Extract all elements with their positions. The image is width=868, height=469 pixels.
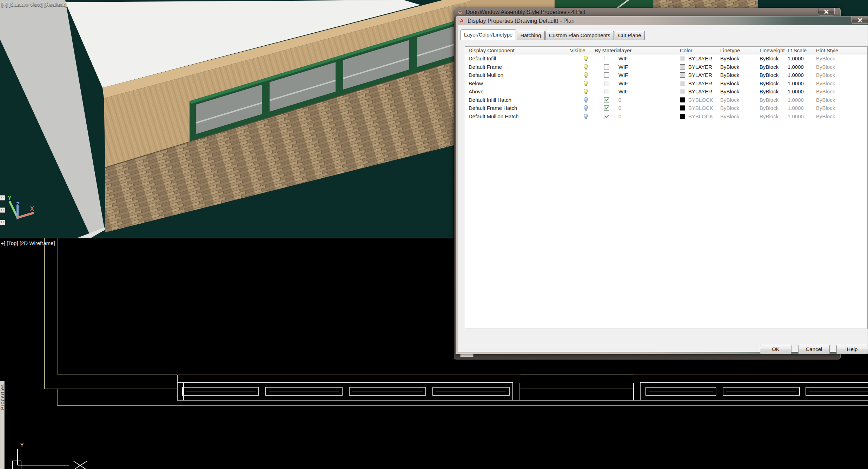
column-header[interactable]: Display Component bbox=[469, 47, 515, 53]
linetype-cell[interactable]: ByBlock bbox=[720, 105, 755, 111]
linetype-cell[interactable]: ByBlock bbox=[720, 88, 755, 94]
lineweight-cell[interactable]: ByBlock bbox=[760, 88, 791, 94]
layer-cell[interactable]: WIF bbox=[618, 88, 647, 94]
lineweight-cell[interactable]: ByBlock bbox=[760, 64, 791, 70]
palette-mini-icon[interactable] bbox=[0, 195, 5, 200]
style-dialog-titlebar[interactable]: A Door/Window Assembly Style Properties … bbox=[454, 8, 841, 17]
layer-cell[interactable]: 0 bbox=[618, 97, 647, 103]
by-material-checkbox[interactable] bbox=[604, 56, 609, 61]
color-swatch[interactable] bbox=[680, 89, 685, 94]
properties-palette-tab[interactable]: Properties bbox=[0, 381, 5, 469]
table-row[interactable]: Default MullionWIFBYLAYERByBlockByBlock1… bbox=[465, 71, 867, 79]
plotstyle-cell[interactable]: ByBlock bbox=[816, 88, 848, 94]
by-material-checkbox[interactable] bbox=[604, 114, 609, 119]
column-header[interactable]: Lineweight bbox=[760, 47, 785, 53]
by-material-checkbox[interactable] bbox=[604, 81, 609, 86]
color-swatch[interactable] bbox=[680, 81, 685, 86]
table-row[interactable]: Default Infill Hatch0BYBLOCKByBlockByBlo… bbox=[465, 96, 867, 104]
by-material-checkbox[interactable] bbox=[604, 89, 609, 94]
visible-bulb-icon[interactable] bbox=[584, 72, 588, 78]
tab-hatching[interactable]: Hatching bbox=[517, 31, 544, 40]
table-row[interactable]: Default FrameWIFBYLAYERByBlockByBlock1.0… bbox=[465, 63, 867, 71]
lineweight-cell[interactable]: ByBlock bbox=[760, 55, 791, 61]
layer-cell[interactable]: WIF bbox=[618, 64, 647, 70]
plotstyle-cell[interactable]: ByBlock bbox=[816, 113, 848, 119]
linetype-cell[interactable]: ByBlock bbox=[720, 97, 755, 103]
ltscale-cell[interactable]: 1.0000 bbox=[788, 55, 812, 61]
color-label[interactable]: BYLAYER bbox=[688, 88, 720, 94]
plotstyle-cell[interactable]: ByBlock bbox=[816, 105, 848, 111]
color-swatch[interactable] bbox=[680, 72, 685, 78]
linetype-cell[interactable]: ByBlock bbox=[720, 113, 755, 119]
ok-button[interactable]: OK bbox=[760, 345, 791, 354]
help-button[interactable]: Help bbox=[836, 345, 868, 354]
layer-cell[interactable]: 0 bbox=[618, 105, 647, 111]
table-row[interactable]: AboveWIFBYLAYERByBlockByBlock1.0000ByBlo… bbox=[465, 87, 867, 96]
table-row[interactable]: BelowWIFBYLAYERByBlockByBlock1.0000ByBlo… bbox=[465, 79, 867, 88]
color-label[interactable]: BYBLOCK bbox=[688, 113, 720, 119]
layer-cell[interactable]: WIF bbox=[618, 72, 647, 78]
color-label[interactable]: BYLAYER bbox=[688, 80, 720, 86]
layer-cell[interactable]: WIF bbox=[618, 55, 647, 61]
visible-bulb-icon[interactable] bbox=[584, 97, 588, 103]
color-label[interactable]: BYBLOCK bbox=[688, 105, 720, 111]
color-label[interactable]: BYBLOCK bbox=[688, 97, 720, 103]
column-header[interactable]: Lt Scale bbox=[788, 47, 807, 53]
ltscale-cell[interactable]: 1.0000 bbox=[788, 97, 812, 103]
visible-bulb-icon[interactable] bbox=[584, 64, 588, 70]
tab-layer-color-linetype[interactable]: Layer/Color/Linetype bbox=[460, 29, 516, 40]
linetype-cell[interactable]: ByBlock bbox=[720, 55, 755, 61]
lineweight-cell[interactable]: ByBlock bbox=[760, 113, 791, 119]
color-label[interactable]: BYLAYER bbox=[688, 64, 720, 70]
color-label[interactable]: BYLAYER bbox=[688, 55, 720, 61]
plotstyle-cell[interactable]: ByBlock bbox=[816, 64, 848, 70]
linetype-cell[interactable]: ByBlock bbox=[720, 72, 755, 78]
table-row[interactable]: Default Frame Hatch0BYBLOCKByBlockByBloc… bbox=[465, 104, 867, 112]
color-swatch[interactable] bbox=[680, 64, 685, 70]
by-material-checkbox[interactable] bbox=[604, 105, 609, 111]
color-swatch[interactable] bbox=[680, 114, 685, 119]
linetype-cell[interactable]: ByBlock bbox=[720, 80, 755, 86]
tab-cut-plane[interactable]: Cut Plane bbox=[615, 31, 645, 40]
ltscale-cell[interactable]: 1.0000 bbox=[788, 64, 812, 70]
ltscale-cell[interactable]: 1.0000 bbox=[788, 105, 812, 111]
column-header[interactable]: Visible bbox=[570, 47, 585, 53]
table-row[interactable]: Default InfillWIFBYLAYERByBlockByBlock1.… bbox=[465, 54, 867, 63]
lineweight-cell[interactable]: ByBlock bbox=[760, 80, 791, 86]
plotstyle-cell[interactable]: ByBlock bbox=[816, 80, 848, 86]
plotstyle-cell[interactable]: ByBlock bbox=[816, 72, 848, 78]
column-header[interactable]: Color bbox=[680, 47, 693, 53]
column-header[interactable]: Layer bbox=[618, 47, 632, 53]
column-header[interactable]: Plot Style bbox=[816, 47, 838, 53]
color-label[interactable]: BYLAYER bbox=[688, 72, 720, 78]
visible-bulb-icon[interactable] bbox=[584, 105, 588, 111]
tab-custom-plan-components[interactable]: Custom Plan Components bbox=[545, 31, 614, 40]
display-dialog-titlebar[interactable]: A Display Properties (Drawing Default) -… bbox=[456, 16, 868, 25]
visible-bulb-icon[interactable] bbox=[584, 56, 588, 61]
by-material-checkbox[interactable] bbox=[604, 72, 609, 78]
layer-cell[interactable]: 0 bbox=[618, 113, 647, 119]
ltscale-cell[interactable]: 1.0000 bbox=[788, 80, 812, 86]
color-swatch[interactable] bbox=[680, 56, 685, 61]
column-header[interactable]: Linetype bbox=[720, 47, 740, 53]
color-swatch[interactable] bbox=[680, 105, 685, 111]
column-header[interactable]: By Material bbox=[595, 47, 621, 53]
by-material-checkbox[interactable] bbox=[604, 97, 609, 103]
plotstyle-cell[interactable]: ByBlock bbox=[816, 55, 848, 61]
viewport-2d-label[interactable]: +] [Top] [2D Wireframe] bbox=[1, 240, 55, 246]
linetype-cell[interactable]: ByBlock bbox=[720, 64, 755, 70]
lineweight-cell[interactable]: ByBlock bbox=[760, 72, 791, 78]
color-swatch[interactable] bbox=[680, 97, 685, 103]
palette-mini-icon[interactable] bbox=[0, 207, 5, 213]
close-icon[interactable] bbox=[818, 8, 835, 15]
cancel-button[interactable]: Cancel bbox=[798, 345, 830, 354]
lineweight-cell[interactable]: ByBlock bbox=[760, 97, 791, 103]
viewport-3d-label[interactable]: [+] [Custom View] [Realistic] bbox=[1, 1, 67, 7]
layer-cell[interactable]: WIF bbox=[618, 80, 647, 86]
close-icon[interactable] bbox=[852, 16, 868, 24]
ltscale-cell[interactable]: 1.0000 bbox=[788, 88, 812, 94]
visible-bulb-icon[interactable] bbox=[584, 81, 588, 86]
lineweight-cell[interactable]: ByBlock bbox=[760, 105, 791, 111]
visible-bulb-icon[interactable] bbox=[584, 114, 588, 119]
palette-mini-icon[interactable] bbox=[0, 220, 5, 225]
